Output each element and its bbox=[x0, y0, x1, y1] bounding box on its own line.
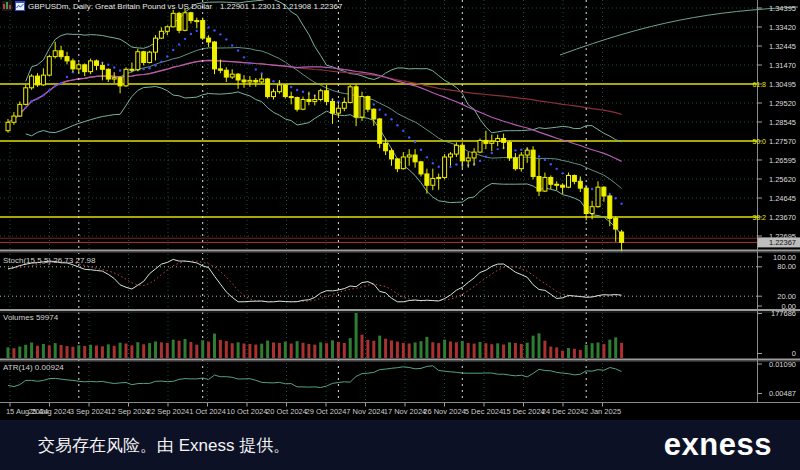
mt4-chart-window: 1.343951.334201.324451.314701.3049561.81… bbox=[0, 0, 800, 470]
price-chart[interactable]: 1.343951.334201.324451.314701.3049561.81… bbox=[0, 0, 800, 420]
svg-text:20 Oct 2024: 20 Oct 2024 bbox=[266, 407, 307, 416]
svg-text:1.34395: 1.34395 bbox=[769, 4, 796, 13]
svg-text:1.30495: 1.30495 bbox=[769, 80, 796, 89]
chart-titlebar: GBPUSDm, Daily: Great Britain Pound vs U… bbox=[2, 1, 342, 11]
svg-text:0.01090: 0.01090 bbox=[769, 360, 796, 369]
mt4-candles-icon bbox=[2, 1, 12, 11]
svg-text:1.22367: 1.22367 bbox=[769, 238, 796, 247]
risk-disclaimer: 交易存在风险。由 Exness 提供。 bbox=[38, 434, 290, 457]
svg-text:80.00: 80.00 bbox=[777, 262, 796, 271]
svg-text:20.00: 20.00 bbox=[777, 292, 796, 301]
svg-text:1.26595: 1.26595 bbox=[769, 156, 796, 165]
svg-text:1.28545: 1.28545 bbox=[769, 118, 796, 127]
svg-text:10 Oct 2024: 10 Oct 2024 bbox=[227, 407, 268, 416]
svg-text:17 Nov 2024: 17 Nov 2024 bbox=[384, 407, 427, 416]
svg-text:50.0: 50.0 bbox=[752, 138, 766, 145]
svg-text:5 Dec 2024: 5 Dec 2024 bbox=[465, 407, 503, 416]
svg-text:1.27570: 1.27570 bbox=[769, 137, 796, 146]
svg-text:15 Dec 2024: 15 Dec 2024 bbox=[502, 407, 545, 416]
svg-text:1.24645: 1.24645 bbox=[769, 194, 796, 203]
stochastic-label: Stoch(15,5,5) 26.73 27.98 bbox=[3, 256, 96, 265]
chart-ohlc-values: 1.22901 1.23013 1.21908 1.22367 bbox=[220, 2, 342, 11]
svg-text:1.23670: 1.23670 bbox=[769, 213, 796, 222]
svg-text:61.8: 61.8 bbox=[752, 81, 766, 88]
svg-text:7 Nov 2024: 7 Nov 2024 bbox=[346, 407, 384, 416]
svg-text:1.29520: 1.29520 bbox=[769, 99, 796, 108]
svg-text:25 Aug 2024: 25 Aug 2024 bbox=[28, 407, 70, 416]
svg-text:22 Sep 2024: 22 Sep 2024 bbox=[147, 407, 190, 416]
svg-text:1.32445: 1.32445 bbox=[769, 42, 796, 51]
svg-text:24 Dec 2024: 24 Dec 2024 bbox=[542, 407, 585, 416]
atr-label: ATR(14) 0.00924 bbox=[3, 363, 64, 372]
svg-text:2 Jan 2025: 2 Jan 2025 bbox=[584, 407, 621, 416]
svg-text:12 Sep 2024: 12 Sep 2024 bbox=[107, 407, 150, 416]
chart-title: GBPUSDm, Daily: Great Britain Pound vs U… bbox=[28, 2, 212, 11]
svg-text:0: 0 bbox=[792, 349, 796, 358]
svg-text:38.2: 38.2 bbox=[752, 214, 766, 221]
svg-text:1.33420: 1.33420 bbox=[769, 23, 796, 32]
svg-text:1.31470: 1.31470 bbox=[769, 61, 796, 70]
svg-text:1.25620: 1.25620 bbox=[769, 175, 796, 184]
volumes-label: Volumes 59974 bbox=[3, 313, 58, 322]
svg-text:177686: 177686 bbox=[771, 309, 796, 318]
svg-text:0.00487: 0.00487 bbox=[769, 389, 796, 398]
exness-banner: 交易存在风险。由 Exness 提供。 exness bbox=[0, 420, 800, 470]
svg-text:3 Sep 2024: 3 Sep 2024 bbox=[70, 407, 108, 416]
chart-window-icon bbox=[15, 1, 25, 11]
exness-logo: exness bbox=[664, 427, 772, 463]
svg-text:29 Oct 2024: 29 Oct 2024 bbox=[306, 407, 347, 416]
svg-text:26 Nov 2024: 26 Nov 2024 bbox=[423, 407, 466, 416]
svg-text:1 Oct 2024: 1 Oct 2024 bbox=[189, 407, 226, 416]
svg-text:100.00: 100.00 bbox=[773, 253, 796, 262]
